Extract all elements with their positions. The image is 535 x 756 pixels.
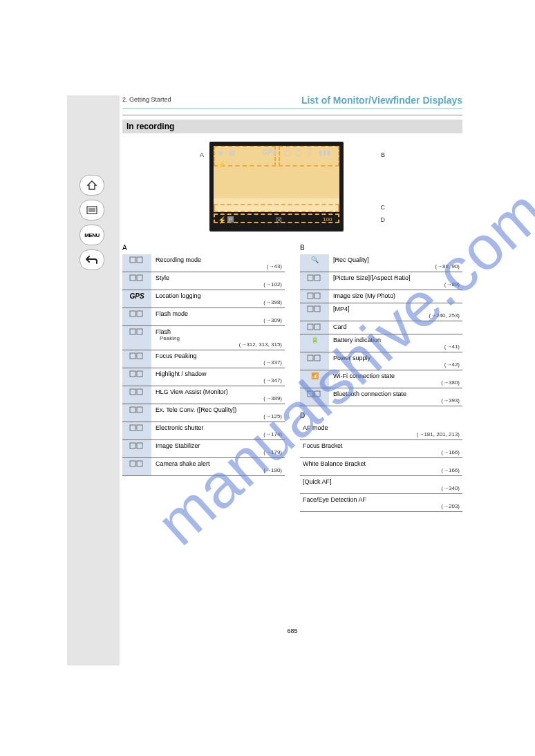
screen-battery-icon: ▮▮▮ <box>319 149 331 156</box>
home-icon <box>86 180 97 191</box>
row-desc-cell: Wi-Fi connection state(→380) <box>329 370 462 388</box>
svg-rect-5 <box>137 257 142 263</box>
svg-rect-33 <box>315 324 320 330</box>
table-row: Face/Eye Detection AF(→203) <box>300 494 462 512</box>
row-icon-cell <box>300 290 329 303</box>
row-desc-cell: Focus Peaking(→337) <box>151 350 285 368</box>
svg-rect-17 <box>137 389 142 395</box>
row-desc-cell: Ex. Tele Conv. ([Rec Quality])(→125) <box>151 404 285 422</box>
svg-rect-22 <box>130 443 135 448</box>
column-d-title: D <box>300 412 462 419</box>
row-desc-cell: [Picture Size]/[Aspect Ratio](→89) <box>329 272 462 290</box>
table-row: Style(→102) <box>122 272 285 290</box>
svg-rect-10 <box>130 329 135 334</box>
table-row: Recording mode(→43) <box>122 254 285 272</box>
row-desc-cell: Location logging(→398) <box>151 290 285 308</box>
screen-style-icon: ▦ <box>229 149 235 156</box>
svg-rect-32 <box>308 324 313 330</box>
back-button[interactable] <box>79 249 104 270</box>
home-button[interactable] <box>79 175 104 196</box>
table-row: Flash mode(→309) <box>122 308 285 326</box>
row-desc-cell: Focus Bracket(→166) <box>300 440 462 458</box>
svg-rect-28 <box>308 293 313 299</box>
page-number: 685 <box>122 627 462 634</box>
table-row: Power supply(→42) <box>300 352 462 370</box>
svg-rect-31 <box>315 306 320 312</box>
row-desc-cell: Highlight / shadow(→347) <box>151 368 285 386</box>
callout-d: D <box>381 216 386 223</box>
screen-bolt-icon: ⚡ <box>218 216 226 224</box>
table-row: 📶Wi-Fi connection state(→380) <box>300 370 462 388</box>
row-icon-cell <box>122 404 151 422</box>
row-icon-cell <box>300 388 329 406</box>
nav-icon-column: MENU <box>75 175 109 270</box>
table-row: 🔍[Rec Quality](→88, 90) <box>300 254 462 272</box>
row-icon-cell <box>122 386 151 404</box>
svg-rect-36 <box>308 391 313 397</box>
list-icon <box>86 206 97 214</box>
menu-button[interactable]: MENU <box>79 225 104 245</box>
table-row: 🔋Battery indication(→41) <box>300 334 462 352</box>
table-row: Focus Peaking(→337) <box>122 350 285 368</box>
svg-rect-35 <box>315 355 320 361</box>
table-a: Recording mode(→43)Style(→102)GPSLocatio… <box>122 254 285 476</box>
screen-p-icon: P <box>227 216 234 223</box>
svg-rect-29 <box>315 293 320 299</box>
svg-rect-14 <box>130 371 135 377</box>
chapter-header: 2. Getting Started List of Monitor/Viewf… <box>122 95 462 115</box>
contents-button[interactable] <box>79 200 104 220</box>
row-desc-cell: Image Stabilizer(→179) <box>151 440 285 458</box>
screen-card-icon: ▯ <box>308 149 312 156</box>
row-desc-cell: [Rec Quality](→88, 90) <box>329 254 462 272</box>
row-icon-cell <box>122 308 151 326</box>
table-row: Image size (My Photo) <box>300 290 462 303</box>
row-icon-cell: 🔋 <box>300 334 329 352</box>
row-desc-cell: HLG View Assist (Monitor)(→389) <box>151 386 285 404</box>
svg-rect-37 <box>315 391 320 397</box>
svg-rect-23 <box>137 443 142 448</box>
row-desc-cell: Camera shake alert(→180) <box>151 458 285 476</box>
row-desc-cell: Bluetooth connection state(→393) <box>329 388 462 406</box>
section-heading: In recording <box>122 120 462 133</box>
chapter-number: 2. Getting Started <box>122 96 171 103</box>
row-icon-cell <box>122 458 151 476</box>
table-row: FlashPeaking(→312, 313, 315) <box>122 326 285 350</box>
svg-rect-6 <box>130 275 135 281</box>
row-icon-cell <box>122 368 151 386</box>
table-row: Ex. Tele Conv. ([Rec Quality])(→125) <box>122 404 285 422</box>
row-icon-cell <box>300 352 329 370</box>
callout-b: B <box>381 151 385 158</box>
screen-count: 100 <box>323 216 332 223</box>
row-desc-cell: Flash mode(→309) <box>151 308 285 326</box>
row-desc-cell: Electronic shutter(→174) <box>151 422 285 440</box>
page-title: List of Monitor/Viewfinder Displays <box>122 95 462 106</box>
row-desc-cell: Image size (My Photo) <box>329 290 462 303</box>
row-icon-cell <box>122 272 151 290</box>
svg-rect-21 <box>137 425 142 431</box>
row-icon-cell <box>122 254 151 272</box>
column-a-title: A <box>122 244 285 252</box>
row-icon-cell <box>122 422 151 440</box>
row-icon-cell <box>300 321 329 334</box>
table-row: Camera shake alert(→180) <box>122 458 285 476</box>
screen-gps-icon: GPS <box>262 149 276 156</box>
svg-rect-11 <box>137 329 142 334</box>
screen-size-icon: ▢ <box>295 149 301 156</box>
svg-rect-26 <box>308 275 313 281</box>
row-icon-cell <box>122 350 151 368</box>
row-desc-cell: Face/Eye Detection AF(→203) <box>300 494 462 512</box>
row-icon-cell <box>300 303 329 321</box>
svg-rect-15 <box>137 371 142 377</box>
row-desc-cell: Power supply(→42) <box>329 352 462 370</box>
table-row: AF mode(→181, 201, 213) <box>300 422 462 440</box>
svg-rect-8 <box>130 311 135 316</box>
table-row: Focus Bracket(→166) <box>300 440 462 458</box>
table-row: [MP4](→240, 253) <box>300 303 462 321</box>
svg-rect-30 <box>308 306 313 312</box>
screen-exp-icon: ☒ <box>276 216 282 224</box>
table-row: [Quick AF](→340) <box>300 476 462 494</box>
svg-rect-25 <box>137 461 142 466</box>
svg-rect-4 <box>130 257 135 263</box>
column-b-title: B <box>300 244 462 252</box>
row-desc-cell: Card <box>329 321 462 334</box>
